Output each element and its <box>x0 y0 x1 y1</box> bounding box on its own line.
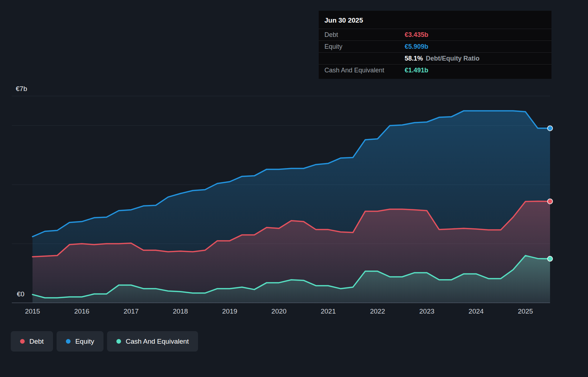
equity-series-dot-icon <box>66 339 71 344</box>
x-tick-label: 2017 <box>124 307 139 315</box>
legend-item-equity[interactable]: Equity <box>57 331 103 352</box>
x-axis: 2015201620172018201920202021202220232024… <box>12 307 550 317</box>
tooltip-row-ratio: 58.1% Debt/Equity Ratio <box>319 52 551 64</box>
x-tick-label: 2020 <box>271 307 286 315</box>
x-tick-label: 2025 <box>518 307 533 315</box>
legend-item-label: Cash And Equivalent <box>126 338 189 345</box>
x-tick-label: 2018 <box>173 307 188 315</box>
tooltip-cash-label: Cash And Equivalent <box>324 67 405 74</box>
tooltip-equity-value: €5.909b <box>405 43 428 51</box>
tooltip-row-equity: Equity €5.909b <box>319 40 551 52</box>
x-tick-label: 2015 <box>25 307 40 315</box>
tooltip-cash-value: €1.491b <box>405 67 428 74</box>
chart-plot-area[interactable] <box>12 96 550 303</box>
tooltip-ratio-label: Debt/Equity Ratio <box>426 55 479 62</box>
endpoint-equity <box>548 126 553 131</box>
legend-item-label: Debt <box>29 338 44 345</box>
chart-canvas[interactable] <box>12 96 550 303</box>
legend-item-debt[interactable]: Debt <box>11 331 53 352</box>
chart-tooltip: Jun 30 2025 Debt €3.435b Equity €5.909b … <box>319 11 551 79</box>
chart-panel: Jun 30 2025 Debt €3.435b Equity €5.909b … <box>0 0 588 377</box>
debt-series-dot-icon <box>20 339 25 344</box>
cash-series-dot-icon <box>116 339 121 344</box>
tooltip-row-debt: Debt €3.435b <box>319 29 551 40</box>
x-tick-label: 2021 <box>320 307 336 315</box>
y-axis-label-top: €7b <box>16 85 27 93</box>
x-tick-label: 2016 <box>74 307 89 315</box>
endpoint-cash-and-equivalent <box>548 256 553 261</box>
x-tick-label: 2023 <box>419 307 434 315</box>
tooltip-ratio-value: 58.1% <box>405 55 423 62</box>
legend-item-label: Equity <box>75 338 94 345</box>
legend-item-cash[interactable]: Cash And Equivalent <box>107 331 198 352</box>
x-tick-label: 2019 <box>222 307 237 315</box>
tooltip-debt-label: Debt <box>324 31 405 39</box>
x-tick-label: 2022 <box>370 307 385 315</box>
tooltip-date: Jun 30 2025 <box>319 11 551 29</box>
tooltip-row-cash: Cash And Equivalent €1.491b <box>319 64 551 76</box>
chart-legend: Debt Equity Cash And Equivalent <box>11 331 198 352</box>
tooltip-equity-label: Equity <box>324 43 405 51</box>
x-tick-label: 2024 <box>468 307 483 315</box>
endpoint-debt <box>548 199 553 204</box>
tooltip-debt-value: €3.435b <box>405 31 428 39</box>
